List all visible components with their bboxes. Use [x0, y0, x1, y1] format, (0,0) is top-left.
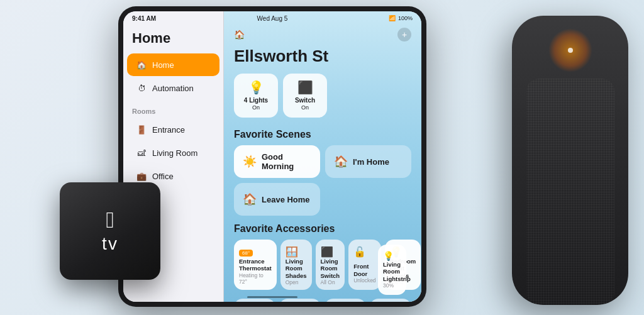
quick-tiles-row: 💡 4 Lights On ⬛ Switch On [224, 74, 421, 126]
sidebar-automation-label: Automation [152, 84, 194, 93]
accessories-grid-row2: 🔊 Bedroom White Hom... Paused 🔊 Living R… [224, 299, 421, 302]
shades-icon: 🪟 [286, 246, 307, 258]
home-indicator [247, 296, 297, 298]
sidebar-item-entrance[interactable]: 🚪 Entrance [127, 118, 219, 141]
scene-good-morning[interactable]: ☀️ Good Morning [234, 145, 320, 178]
lightstrip-status: 30% [383, 282, 401, 289]
accessories-section-title: Favorite Accessories [224, 221, 421, 240]
lightstrip-icon: 💡 [383, 251, 401, 261]
status-time: 9:41 AM [132, 15, 156, 22]
door-status: Unlocked [353, 277, 375, 284]
im-home-icon: 🏠 [334, 155, 348, 169]
accessory-front-door[interactable]: 🔓 Front Door Unlocked [348, 240, 380, 290]
accessory-bedroom-speaker[interactable]: 🔊 Bedroom White Hom... Paused [234, 299, 275, 302]
accessory-living-speaker[interactable]: 🔊 Living Room Space Gray... Playing [279, 299, 321, 302]
wifi-icon: 📶 [389, 15, 396, 21]
switch-icon: ⬛ [297, 80, 313, 95]
leave-home-icon: 🏠 [243, 192, 257, 206]
accessory-thermostat[interactable]: 68° Entrance Thermostat Heating to 72° [234, 240, 277, 290]
sidebar-item-home[interactable]: 🏠 Home [127, 53, 219, 76]
apple-tv-device:  tv [60, 182, 160, 280]
lights-label: 4 Lights On [244, 97, 268, 111]
leave-home-label: Leave Home [262, 195, 310, 204]
switch-tile-icon: ⬛ [321, 246, 340, 258]
ipad-device: 9:41 AM Wed Aug 5 📶 100% Home 🏠 Home ⏱ A… [118, 6, 426, 307]
scene-leave-home[interactable]: 🏠 Leave Home [234, 183, 320, 216]
location-title: Ellsworth St [224, 47, 421, 74]
switch-label: Switch On [295, 97, 315, 111]
office-icon: 💼 [136, 170, 147, 182]
status-date: Wed Aug 5 [257, 15, 288, 22]
homepod-top-light [548, 28, 592, 72]
accessory-shades[interactable]: 🪟 Living Room Shades Open [280, 240, 312, 290]
shades-name: Living Room Shades [286, 258, 307, 279]
homepod-dot [568, 48, 573, 53]
lightstrip-name: Living Room Lightstrip [383, 261, 401, 282]
scenes-section-title: Favorite Scenes [224, 126, 421, 145]
location-icon: 🏠 [234, 30, 245, 40]
switch-status: All On [321, 279, 340, 285]
status-right: 📶 100% [389, 15, 413, 21]
main-content: 🏠 + Ellsworth St 💡 4 Lights On ⬛ Switch [224, 11, 421, 302]
status-bar: 9:41 AM Wed Aug 5 📶 100% [123, 11, 421, 25]
entrance-label: Entrance [152, 125, 185, 135]
thermostat-name: Entrance Thermostat [239, 258, 272, 272]
door-icon: 🔓 [353, 246, 375, 258]
home-icon: 🏠 [136, 59, 147, 70]
good-morning-label: Good Morning [262, 152, 311, 171]
sidebar-home-label: Home [152, 60, 174, 70]
accessory-office-tv[interactable]: 📺 Office Apple TV Paused [325, 299, 366, 302]
switch-name: Living Room Switch [321, 258, 340, 279]
apple-tv-logo:  tv [102, 209, 118, 254]
im-home-label: I'm Home [353, 157, 389, 167]
living-room-icon: 🛋 [136, 147, 147, 158]
sidebar-item-living-room[interactable]: 🛋 Living Room [127, 141, 219, 164]
sidebar-item-automation[interactable]: ⏱ Automation [127, 77, 219, 99]
door-name: Front Door [353, 263, 375, 277]
apple-tv-text-label: tv [102, 234, 118, 254]
good-morning-icon: ☀️ [243, 155, 257, 169]
living-room-label: Living Room [152, 148, 197, 158]
lights-icon: 💡 [248, 80, 264, 95]
homepod-mesh [526, 79, 614, 305]
office-label: Office [152, 172, 174, 181]
rooms-section-title: Rooms [123, 100, 223, 118]
quick-tile-switch[interactable]: ⬛ Switch On [283, 74, 327, 118]
homepod-device [512, 16, 628, 305]
add-button[interactable]: + [397, 28, 411, 41]
accessory-fan[interactable]: 💨 Living Room Fan Off [370, 299, 411, 302]
scenes-grid: ☀️ Good Morning 🏠 I'm Home [224, 145, 421, 183]
battery-level: 100% [398, 15, 413, 21]
thermostat-status: Heating to 72° [239, 272, 272, 285]
scene-im-home[interactable]: 🏠 I'm Home [325, 145, 411, 178]
apple-logo-icon:  [106, 209, 114, 231]
quick-tile-lights[interactable]: 💡 4 Lights On [234, 74, 278, 118]
ipad-screen: 9:41 AM Wed Aug 5 📶 100% Home 🏠 Home ⏱ A… [123, 11, 421, 302]
temp-badge: 68° [239, 250, 253, 257]
shades-status: Open [286, 279, 307, 285]
accessory-lightstrip[interactable]: 💡 Living Room Lightstrip 30% [378, 245, 406, 295]
automation-icon: ⏱ [136, 82, 147, 94]
accessory-switch[interactable]: ⬛ Living Room Switch All On [316, 240, 345, 290]
entrance-icon: 🚪 [136, 124, 147, 135]
